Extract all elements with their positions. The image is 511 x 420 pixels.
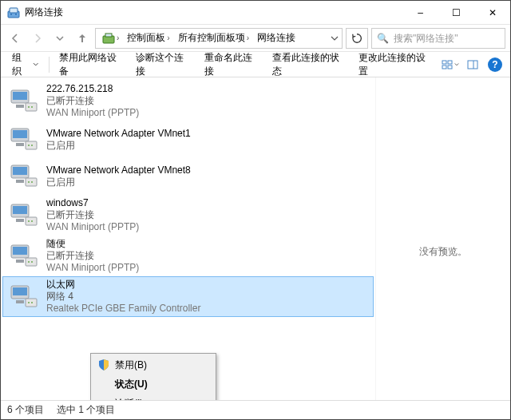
ctx-diagnose[interactable]: 诊断(I) [93, 394, 214, 400]
svg-rect-38 [16, 260, 24, 263]
chevron-right-icon: › [117, 34, 119, 42]
change-settings-button[interactable]: 更改此连接的设置 [352, 48, 437, 81]
network-adapter-icon [8, 160, 40, 192]
chevron-right-icon: › [247, 34, 249, 42]
help-button[interactable]: ? [485, 55, 505, 74]
connection-status: 已启用 [46, 176, 191, 188]
connection-status: 已断开连接 [46, 250, 139, 262]
connection-item[interactable]: VMware Network Adapter VMnet8 已启用 [2, 158, 374, 195]
connection-item[interactable]: 随便 已断开连接 WAN Miniport (PPTP) [2, 236, 374, 276]
connection-name: 以太网 [46, 279, 200, 291]
status-bar: 6 个项目 选中 1 个项目 [1, 400, 510, 419]
breadcrumb[interactable]: › 控制面板 › 所有控制面板项 › 网络连接 [95, 28, 343, 49]
svg-rect-6 [442, 61, 446, 64]
svg-rect-8 [442, 65, 446, 69]
svg-point-28 [28, 181, 30, 183]
organize-button[interactable]: 组织 [6, 48, 46, 81]
diagnose-button[interactable]: 诊断这个连接 [129, 48, 196, 81]
connection-name: 222.76.215.218 [46, 83, 139, 95]
nav-recent-button[interactable] [50, 29, 69, 48]
network-adapter-icon [8, 240, 40, 272]
status-item-count: 6 个项目 [7, 403, 44, 417]
nav-back-button[interactable] [6, 29, 25, 48]
svg-rect-26 [16, 180, 24, 183]
svg-rect-32 [16, 219, 24, 222]
search-input[interactable] [392, 32, 500, 45]
connection-status: 已断开连接 [46, 209, 139, 221]
content-area: 222.76.215.218 已断开连接 WAN Miniport (PPTP)… [1, 77, 510, 400]
connection-item[interactable]: VMware Network Adapter VMnet1 已启用 [2, 121, 374, 158]
preview-pane-button[interactable] [462, 55, 483, 74]
connection-item[interactable]: 222.76.215.218 已断开连接 WAN Miniport (PPTP) [2, 81, 374, 121]
svg-rect-9 [448, 65, 452, 69]
ctx-status[interactable]: 状态(U) [93, 374, 214, 394]
svg-point-16 [28, 106, 30, 108]
svg-rect-5 [105, 34, 112, 37]
connection-status: 已断开连接 [46, 95, 139, 107]
svg-rect-43 [13, 287, 27, 295]
context-menu: 禁用(B) 状态(U) 诊断(I) 桥接(G) 创建快捷方式(S) 删除(D) … [90, 353, 216, 400]
breadcrumb-control-panel[interactable]: 控制面板 › [124, 30, 172, 46]
refresh-button[interactable] [346, 28, 368, 49]
nav-forward-button[interactable] [28, 29, 47, 48]
disable-device-button[interactable]: 禁用此网络设备 [53, 48, 129, 81]
ctx-disable[interactable]: 禁用(B) [93, 355, 214, 374]
connection-device: WAN Miniport (PPTP) [46, 221, 139, 233]
breadcrumb-network-connections[interactable]: 网络连接 [254, 30, 299, 46]
network-adapter-icon [8, 200, 40, 232]
window-root: 网络连接 – ☐ ✕ › 控制面板 › [0, 0, 511, 420]
connection-device: WAN Miniport (PPTP) [46, 262, 139, 274]
svg-rect-19 [13, 130, 27, 138]
svg-point-17 [31, 106, 33, 108]
breadcrumb-all-items[interactable]: 所有控制面板项 › [175, 30, 252, 46]
connection-item-selected[interactable]: 以太网 网络 4 Realtek PCIe GBE Family Control… [2, 276, 374, 317]
chevron-down-icon [33, 61, 38, 68]
svg-point-23 [31, 145, 33, 146]
svg-rect-13 [13, 92, 27, 100]
command-bar: 组织 禁用此网络设备 诊断这个连接 重命名此连接 查看此连接的状态 更改此连接的… [1, 52, 510, 77]
connection-name: 随便 [46, 238, 139, 250]
svg-point-40 [28, 261, 30, 263]
rename-button[interactable]: 重命名此连接 [198, 48, 264, 81]
titlebar: 网络连接 – ☐ ✕ [1, 1, 510, 25]
connection-device: WAN Miniport (PPTP) [46, 107, 139, 119]
svg-rect-20 [16, 143, 24, 146]
connection-device: Realtek PCIe GBE Family Controller [46, 303, 200, 315]
svg-rect-44 [16, 300, 24, 303]
address-dropdown-button[interactable] [331, 34, 339, 42]
svg-rect-10 [468, 61, 477, 69]
close-button[interactable]: ✕ [474, 1, 510, 24]
svg-point-41 [31, 261, 33, 263]
preview-text: 没有预览。 [384, 245, 502, 259]
app-icon [7, 6, 20, 19]
search-box[interactable]: 🔍 [371, 28, 505, 49]
svg-point-47 [31, 302, 33, 303]
maximize-button[interactable]: ☐ [438, 1, 474, 24]
shield-icon [97, 359, 110, 371]
connection-name: VMware Network Adapter VMnet1 [46, 128, 191, 140]
svg-point-35 [31, 220, 33, 222]
view-options-button[interactable] [439, 55, 460, 74]
nav-up-button[interactable] [73, 29, 92, 48]
minimize-button[interactable]: – [402, 1, 438, 24]
svg-rect-7 [448, 61, 452, 64]
connection-status: 网络 4 [46, 291, 200, 303]
breadcrumb-root-icon[interactable]: › [99, 30, 122, 46]
svg-point-3 [15, 14, 17, 15]
connection-item[interactable]: windows7 已断开连接 WAN Miniport (PPTP) [2, 195, 374, 236]
svg-point-46 [28, 302, 30, 303]
connection-status: 已启用 [46, 140, 191, 152]
svg-rect-31 [13, 206, 27, 214]
svg-point-29 [31, 181, 33, 183]
status-selected-count: 选中 1 个项目 [57, 403, 115, 417]
svg-rect-14 [16, 105, 24, 108]
chevron-right-icon: › [167, 34, 169, 42]
chevron-down-icon [454, 62, 459, 67]
svg-point-34 [28, 220, 30, 222]
window-title: 网络连接 [25, 6, 63, 19]
network-adapter-icon [8, 281, 40, 313]
view-status-button[interactable]: 查看此连接的状态 [266, 48, 351, 81]
svg-rect-1 [10, 8, 18, 13]
connection-list[interactable]: 222.76.215.218 已断开连接 WAN Miniport (PPTP)… [1, 77, 376, 400]
connection-name: windows7 [46, 197, 139, 209]
